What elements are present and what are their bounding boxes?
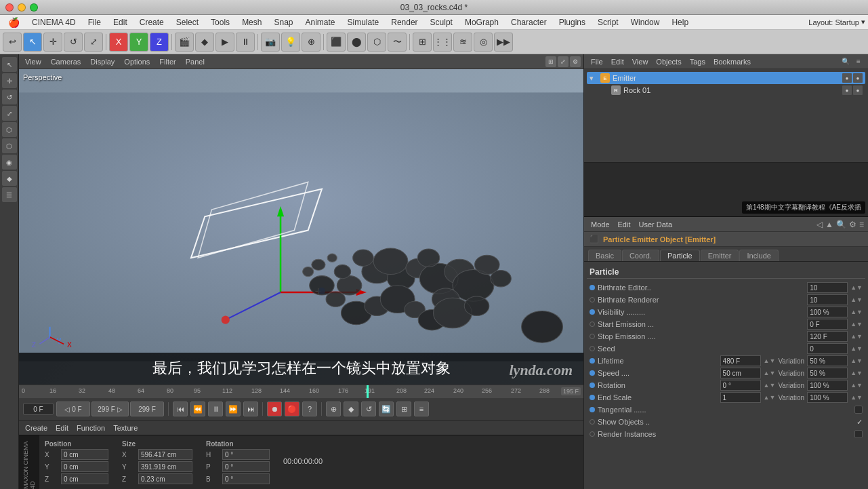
snap-key-button[interactable]: ↺: [361, 402, 376, 416]
z-axis-icon[interactable]: Z: [150, 33, 169, 52]
deformer-icon[interactable]: ⊞: [413, 33, 432, 52]
obj-item-emitter[interactable]: ▾ E Emitter ● ●: [587, 72, 865, 84]
attr-input-lifetime-variation[interactable]: [807, 355, 848, 366]
attr-arrow-stop-emission[interactable]: ▲▼: [850, 333, 863, 340]
menu-edit[interactable]: Edit: [108, 16, 133, 28]
hair-icon[interactable]: ≋: [453, 33, 472, 52]
attr-tab-particle[interactable]: Particle: [660, 250, 700, 261]
play-icon[interactable]: ▶: [215, 33, 234, 52]
pos-y-input[interactable]: [61, 461, 108, 472]
motion-path-button[interactable]: ⊕: [326, 402, 341, 416]
attr-arrow-rotation-var[interactable]: ▲▼: [850, 382, 863, 389]
menu-create[interactable]: Create: [134, 16, 169, 28]
pos-x-input[interactable]: [61, 449, 108, 460]
step-back-button[interactable]: ⏪: [190, 402, 205, 416]
close-button[interactable]: [5, 3, 14, 12]
auto-key-button[interactable]: 🔴: [285, 402, 299, 416]
go-end-button[interactable]: ⏭: [243, 402, 258, 416]
sidebar-model-icon[interactable]: ◆: [2, 171, 17, 186]
obj-filter-icon[interactable]: ≡: [853, 56, 864, 67]
size-x-input[interactable]: [138, 449, 192, 460]
camera-icon[interactable]: 📷: [261, 33, 280, 52]
menu-window[interactable]: Window: [625, 16, 665, 28]
render-view-icon[interactable]: ◎: [474, 33, 493, 52]
vt-panel[interactable]: Panel: [182, 57, 208, 66]
bt-function[interactable]: Function: [73, 423, 108, 433]
apple-menu[interactable]: 🍎: [3, 16, 25, 29]
sphere-icon[interactable]: ⬤: [347, 33, 366, 52]
attr-tab-emitter[interactable]: Emitter: [701, 250, 739, 261]
vt-display[interactable]: Display: [87, 57, 118, 66]
attr-arrow-speed[interactable]: ▲▼: [764, 370, 776, 376]
light-icon[interactable]: 💡: [281, 33, 300, 52]
attr-toolbar-edit[interactable]: Edit: [615, 220, 634, 229]
attr-toolbar-userdata[interactable]: User Data: [636, 220, 676, 229]
pos-z-input[interactable]: [61, 473, 108, 484]
bt-texture[interactable]: Texture: [110, 423, 141, 433]
obj-visibility-icon[interactable]: ●: [842, 73, 852, 83]
key-help-button[interactable]: ?: [302, 402, 317, 416]
menu-tools[interactable]: Tools: [205, 16, 235, 28]
frame-total-btn[interactable]: 299 F: [130, 402, 164, 416]
menu-mesh[interactable]: Mesh: [236, 16, 267, 28]
sidebar-edge-icon[interactable]: ⬡: [2, 138, 17, 153]
spline-icon[interactable]: 〜: [388, 33, 407, 52]
attr-tab-include[interactable]: Include: [739, 250, 778, 261]
rot-b-input[interactable]: [222, 473, 270, 484]
sidebar-scale-icon[interactable]: ⤢: [2, 106, 17, 121]
mograph-icon[interactable]: ⋮⋮: [433, 33, 452, 52]
y-axis-icon[interactable]: Y: [129, 33, 148, 52]
sidebar-rotate-icon[interactable]: ↺: [2, 90, 17, 104]
maximize-button[interactable]: [30, 3, 38, 12]
obj-rock-vis-icon[interactable]: ●: [842, 85, 852, 95]
attr-check-tangential[interactable]: [854, 406, 863, 414]
rotate-icon[interactable]: ↺: [64, 33, 83, 52]
obj-item-rock[interactable]: R Rock 01 ● ●: [587, 84, 865, 96]
attr-back-icon[interactable]: ◁: [817, 220, 823, 229]
menu-select[interactable]: Select: [171, 16, 204, 28]
cylinder-icon[interactable]: ⬡: [367, 33, 386, 52]
render-icon[interactable]: ▶▶: [494, 33, 513, 52]
null-icon[interactable]: ⊕: [302, 33, 321, 52]
size-z-input[interactable]: [138, 473, 192, 484]
menu-snap[interactable]: Snap: [268, 16, 298, 28]
undo-icon[interactable]: ↩: [3, 33, 22, 52]
attr-arrow-rotation[interactable]: ▲▼: [764, 382, 776, 389]
obj-toolbar-edit[interactable]: Edit: [608, 57, 627, 66]
frame-end-input-btn[interactable]: 299 F ▷: [91, 402, 129, 416]
bt-edit[interactable]: Edit: [52, 423, 72, 433]
obj-search-icon[interactable]: 🔍: [840, 56, 851, 67]
timeline-options-button[interactable]: ≡: [414, 402, 429, 416]
obj-render-icon[interactable]: ●: [853, 73, 863, 83]
obj-toolbar-objects[interactable]: Objects: [653, 57, 684, 66]
viewport-fit-icon[interactable]: ⊞: [545, 56, 556, 67]
attr-input-start-emission[interactable]: [807, 319, 848, 330]
attr-search-icon[interactable]: 🔍: [836, 220, 846, 229]
select-icon[interactable]: ↖: [23, 33, 42, 52]
menu-plugins[interactable]: Plugins: [554, 16, 591, 28]
attr-arrow-start-emission[interactable]: ▲▼: [850, 321, 863, 328]
attr-input-birthrate-editor[interactable]: [807, 282, 848, 293]
obj-toolbar-bookmarks[interactable]: Bookmarks: [711, 57, 753, 66]
attr-input-stop-emission[interactable]: [807, 331, 848, 342]
viewport[interactable]: Perspective: [19, 69, 583, 385]
attr-input-seed[interactable]: [807, 343, 848, 354]
timeline-playhead[interactable]: [367, 385, 369, 398]
cube-icon[interactable]: ⬛: [327, 33, 346, 52]
keyframe-icon[interactable]: ◆: [195, 33, 214, 52]
size-y-input[interactable]: [138, 461, 192, 472]
attr-input-end-scale-variation[interactable]: [807, 392, 848, 403]
sidebar-move-icon[interactable]: ✛: [2, 73, 17, 88]
attr-tab-basic[interactable]: Basic: [588, 250, 621, 261]
attr-arrow-end-scale[interactable]: ▲▼: [764, 394, 776, 401]
layout-selector[interactable]: Layout: Startup ▾: [808, 18, 865, 26]
rot-h-input[interactable]: [222, 449, 270, 460]
attr-arrow-end-scale-var[interactable]: ▲▼: [850, 394, 863, 401]
attr-input-speed[interactable]: [720, 368, 761, 378]
x-axis-icon[interactable]: X: [109, 33, 128, 52]
attr-arrow-speed-var[interactable]: ▲▼: [850, 370, 863, 376]
vt-options[interactable]: Options: [121, 57, 153, 66]
obj-rock-render-icon[interactable]: ●: [853, 85, 863, 95]
sidebar-cursor-icon[interactable]: ↖: [2, 57, 17, 72]
menu-help[interactable]: Help: [666, 16, 694, 28]
